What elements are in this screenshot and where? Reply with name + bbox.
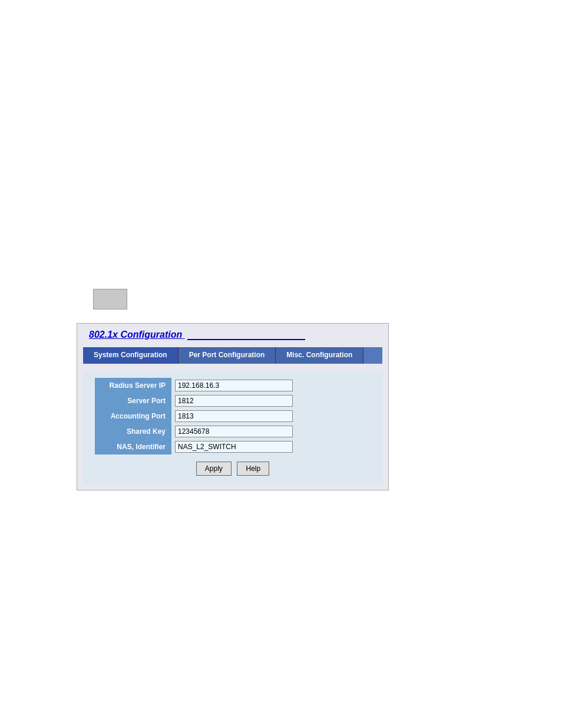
- config-title-text: 802.1x Configuration: [89, 330, 182, 340]
- tab-system-configuration[interactable]: System Configuration: [83, 347, 178, 364]
- shared-key-label: Shared Key: [95, 424, 171, 439]
- nas-identifier-input[interactable]: [175, 441, 293, 453]
- form-area: Radius Server IP Server Port Accounting …: [83, 372, 382, 484]
- radius-server-ip-input[interactable]: [175, 380, 293, 391]
- accounting-port-label: Accounting Port: [95, 409, 171, 424]
- apply-button[interactable]: Apply: [196, 462, 232, 476]
- nas-identifier-label: NAS, Identifier: [95, 439, 171, 454]
- tab-misc-configuration[interactable]: Misc. Configuration: [276, 347, 363, 364]
- server-port-cell: [171, 393, 371, 409]
- shared-key-cell: [171, 424, 371, 439]
- nas-identifier-cell: [171, 439, 371, 454]
- config-title: 802.1x Configuration: [83, 330, 382, 340]
- shared-key-input[interactable]: [175, 426, 293, 437]
- table-row: Server Port: [95, 393, 371, 409]
- table-row: NAS, Identifier: [95, 439, 371, 454]
- accounting-port-cell: [171, 409, 371, 424]
- gray-box: [93, 289, 127, 309]
- table-row: Accounting Port: [95, 409, 371, 424]
- radius-server-ip-label: Radius Server IP: [95, 378, 171, 393]
- config-panel: 802.1x Configuration System Configuratio…: [77, 323, 389, 490]
- tab-bar: System Configuration Per Port Configurat…: [83, 347, 382, 364]
- page-container: 802.1x Configuration System Configuratio…: [0, 0, 562, 728]
- tab-per-port-configuration[interactable]: Per Port Configuration: [178, 347, 276, 364]
- server-port-input[interactable]: [175, 395, 293, 407]
- help-button[interactable]: Help: [237, 462, 269, 476]
- buttons-row: Apply Help: [95, 462, 371, 476]
- server-port-label: Server Port: [95, 393, 171, 409]
- form-table: Radius Server IP Server Port Accounting …: [95, 378, 371, 454]
- accounting-port-input[interactable]: [175, 410, 293, 422]
- table-row: Shared Key: [95, 424, 371, 439]
- title-underline: [187, 339, 305, 340]
- radius-server-ip-cell: [171, 378, 371, 393]
- table-row: Radius Server IP: [95, 378, 371, 393]
